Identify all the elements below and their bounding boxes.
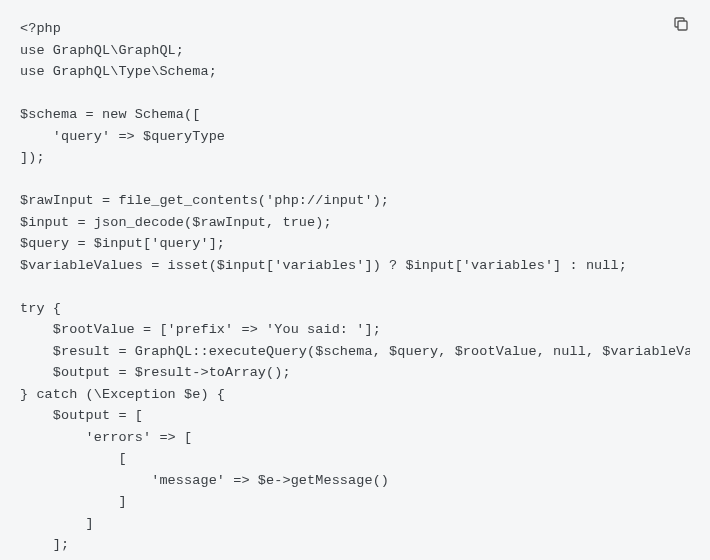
copy-button[interactable]: [670, 14, 692, 36]
code-content: <?php use GraphQL\GraphQL; use GraphQL\T…: [20, 18, 690, 560]
copy-icon: [672, 15, 690, 36]
svg-rect-0: [678, 21, 687, 30]
code-block: <?php use GraphQL\GraphQL; use GraphQL\T…: [0, 0, 710, 560]
